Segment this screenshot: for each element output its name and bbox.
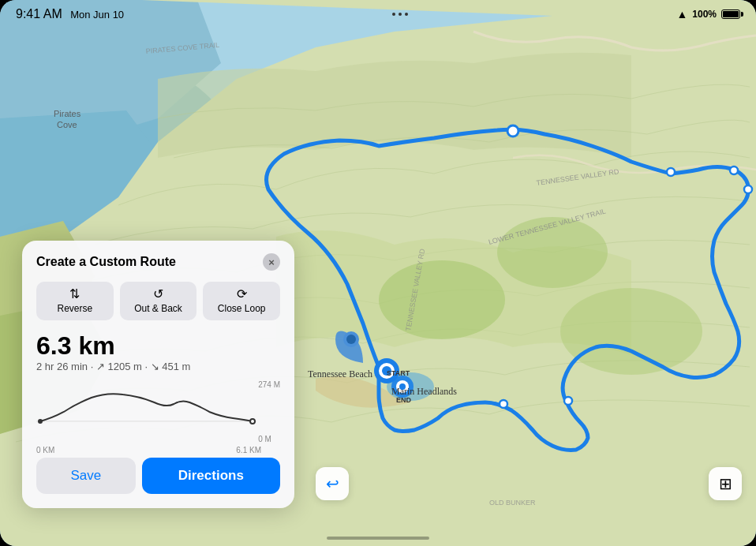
undo-button[interactable]: ↩ [316, 467, 349, 500]
wifi-icon: ▲ [676, 8, 687, 21]
chart-x-labels: 0 KM 6.1 KM [36, 446, 261, 454]
dot1 [392, 13, 395, 16]
dot2 [399, 13, 402, 16]
bottom-buttons: Save Directions [36, 458, 280, 494]
directions-button[interactable]: Directions [142, 458, 280, 494]
svg-point-25 [564, 397, 572, 405]
close-loop-button[interactable]: ⟳ Close Loop [203, 282, 280, 320]
svg-point-2 [379, 260, 505, 339]
status-time: 9:41 AM Mon Jun 10 [16, 7, 124, 21]
undo-icon: ↩ [326, 474, 339, 493]
chart-max-label: 274 M [258, 380, 280, 389]
close-loop-icon: ⟳ [237, 288, 247, 301]
time-display: 9:41 AM [16, 7, 62, 21]
elevation-chart: 274 M 0 M 0 KM 6.1 KM [36, 380, 280, 443]
save-button[interactable]: Save [36, 458, 136, 494]
svg-point-32 [38, 419, 43, 424]
out-back-label: Out & Back [134, 303, 182, 314]
chart-y-labels: 274 M 0 M [258, 380, 280, 443]
svg-point-26 [500, 400, 507, 408]
svg-point-4 [560, 288, 702, 375]
out-back-icon: ↺ [153, 288, 163, 301]
map-container[interactable]: LOWER TENNESSEE VALLEY TRAIL TENNESSEE V… [0, 0, 756, 546]
svg-text:Pirates: Pirates [54, 109, 81, 118]
status-right: ▲ 100% [676, 8, 740, 21]
reverse-icon: ⇅ [69, 288, 80, 301]
svg-text:START: START [387, 369, 410, 377]
svg-point-33 [250, 419, 255, 424]
layers-icon: ⊞ [719, 474, 732, 493]
svg-point-24 [744, 185, 752, 193]
distance-value: 6.3 km [36, 333, 280, 358]
elevation-chart-svg [36, 380, 256, 432]
svg-text:END: END [396, 396, 412, 404]
custom-route-card: Create a Custom Route × ⇅ Reverse ↺ Out … [22, 241, 294, 508]
svg-text:OLD BUNKER: OLD BUNKER [489, 499, 536, 507]
close-button[interactable]: × [263, 253, 280, 271]
map-layers-button[interactable]: ⊞ [709, 467, 742, 500]
card-header: Create a Custom Route × [36, 253, 280, 271]
svg-point-20 [346, 335, 356, 344]
svg-point-21 [507, 125, 518, 136]
chart-start-label: 0 KM [36, 446, 54, 454]
battery-icon [721, 9, 740, 19]
status-center-dots [392, 13, 408, 16]
battery-fill [723, 11, 739, 17]
close-loop-label: Close Loop [218, 303, 266, 314]
out-back-button[interactable]: ↺ Out & Back [120, 282, 197, 320]
reverse-label: Reverse [57, 303, 92, 314]
battery-percent: 100% [692, 9, 717, 20]
svg-text:Tennessee Beach: Tennessee Beach [308, 368, 372, 380]
svg-text:Marin Headlands: Marin Headlands [391, 386, 457, 397]
card-title: Create a Custom Route [36, 255, 176, 269]
svg-point-23 [730, 166, 738, 174]
date-display: Mon Jun 10 [70, 9, 124, 21]
svg-text:Cove: Cove [57, 120, 77, 129]
route-type-buttons: ⇅ Reverse ↺ Out & Back ⟳ Close Loop [36, 282, 280, 320]
chart-min-label: 0 M [258, 435, 280, 443]
dot3 [405, 13, 408, 16]
svg-point-22 [667, 168, 675, 176]
chart-end-label: 6.1 KM [236, 446, 261, 454]
status-bar: 9:41 AM Mon Jun 10 ▲ 100% [0, 0, 756, 28]
home-indicator [327, 537, 429, 540]
stats-section: 6.3 km 2 hr 26 min · ↗ 1205 m · ↘ 451 m [36, 333, 280, 372]
reverse-button[interactable]: ⇅ Reverse [36, 282, 114, 320]
stats-detail: 2 hr 26 min · ↗ 1205 m · ↘ 451 m [36, 361, 280, 372]
